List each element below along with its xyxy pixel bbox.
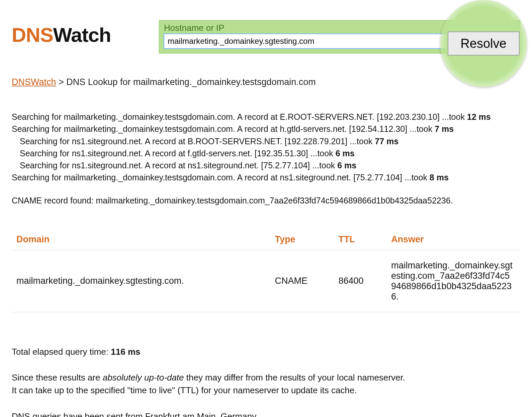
logo-watch: Watch xyxy=(53,24,111,46)
resolve-highlight-circle: Resolve xyxy=(440,0,527,87)
resolve-button[interactable]: Resolve xyxy=(448,31,520,56)
trace-row: Searching for mailmarketing._domainkey.t… xyxy=(12,171,520,183)
col-ttl: TTL xyxy=(334,229,386,250)
trace-row: Searching for mailmarketing._domainkey.t… xyxy=(12,111,520,123)
hostname-label: Hostname or IP xyxy=(164,23,474,33)
table-row: mailmarketing._domainkey.sgtesting.com.C… xyxy=(12,250,520,312)
logo-dns: DNS xyxy=(12,24,53,46)
cname-found-line: CNAME record found: mailmarketing._domai… xyxy=(12,196,520,205)
breadcrumb-page: DNS Lookup for mailmarketing._domainkey.… xyxy=(66,77,316,87)
header: DNSWatch Hostname or IP Type A Resolve xyxy=(12,10,520,57)
sent-from: DNS queries have been sent from Frankfur… xyxy=(12,410,520,417)
col-domain: Domain xyxy=(12,229,270,250)
trace-log: Searching for mailmarketing._domainkey.t… xyxy=(12,111,520,184)
footer-block: Total elapsed query time: 116 ms Since t… xyxy=(12,346,520,417)
trace-row: Searching for ns1.siteground.net. A reco… xyxy=(12,135,520,147)
trace-row: Searching for mailmarketing._domainkey.t… xyxy=(12,123,520,135)
hostname-input[interactable] xyxy=(164,34,474,49)
breadcrumb: DNSWatch > DNS Lookup for mailmarketing.… xyxy=(12,77,520,87)
breadcrumb-home-link[interactable]: DNSWatch xyxy=(12,77,56,87)
trace-row: Searching for ns1.siteground.net. A reco… xyxy=(12,147,520,159)
cell-answer: mailmarketing._domainkey.sgtesting.com_7… xyxy=(386,250,520,312)
elapsed-time: Total elapsed query time: 116 ms xyxy=(12,346,520,358)
answer-table: Domain Type TTL Answer mailmarketing._do… xyxy=(12,229,520,312)
col-answer: Answer xyxy=(386,229,520,250)
table-header-row: Domain Type TTL Answer xyxy=(12,229,520,250)
logo: DNSWatch xyxy=(12,23,111,47)
cell-ttl: 86400 xyxy=(334,250,386,312)
results-note: Since these results are absolutely up-to… xyxy=(12,371,520,397)
trace-row: Searching for ns1.siteground.net. A reco… xyxy=(12,159,520,171)
cell-type: CNAME xyxy=(270,250,334,312)
cell-domain: mailmarketing._domainkey.sgtesting.com. xyxy=(12,250,270,312)
col-type: Type xyxy=(270,229,334,250)
